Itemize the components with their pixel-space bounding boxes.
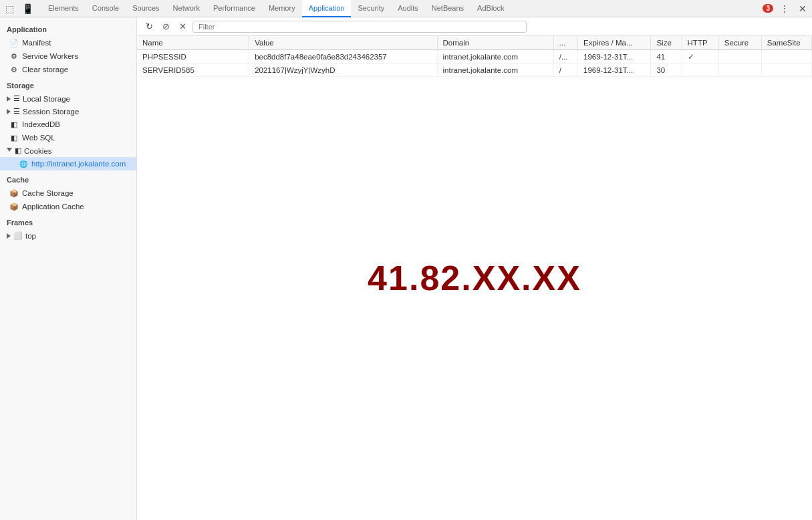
col-header-value[interactable]: Value [249,36,437,50]
tab-performance[interactable]: Performance [207,0,262,17]
cookies-icon [15,146,21,155]
devtools-icons: ⬚ 📱 [3,2,36,15]
cell-value: 2021167|WzyjY|WzyhD [249,64,437,77]
cell-name: SERVERID585 [137,64,249,77]
sidebar-item-session-storage[interactable]: Session Storage [0,105,136,118]
col-header-http[interactable]: HTTP [682,36,718,50]
table-row[interactable]: PHPSESSIDbec8dd8f7a48eae0fa6e83d24346235… [137,50,812,64]
table-header: Name Value Domain ... Expires / Ma... Si… [137,36,812,50]
cell-expires: 1969-12-31T... [578,64,651,77]
cell-value: bec8dd8f7a48eae0fa6e83d243462357 [249,50,437,64]
cell-secure [718,64,761,77]
cell-domain: intranet.jokalante.com [437,50,553,64]
local-storage-label: Local Storage [23,95,70,103]
cell-samesite [761,64,811,77]
cell-secure [718,50,761,64]
session-storage-label: Session Storage [23,108,79,116]
service-workers-icon [9,51,19,61]
frame-icon [13,231,23,240]
cookies-url-label: http://intranet.jokalante.com [31,160,126,168]
application-cache-label: Application Cache [22,203,84,211]
main-layout: Application Manifest Service Workers Cle… [0,17,812,520]
cell-http [682,64,718,77]
sidebar-item-cookies[interactable]: Cookies [0,144,136,157]
col-header-secure[interactable]: Secure [718,36,761,50]
toolbar: ↻ ⊘ ✕ [137,17,812,36]
sidebar-item-clear-storage[interactable]: Clear storage [0,63,136,76]
tab-bar: ⬚ 📱 Elements Console Sources Network Per… [0,0,812,17]
tab-network[interactable]: Network [166,0,207,17]
sidebar-item-local-storage[interactable]: Local Storage [0,92,136,105]
tab-elements[interactable]: Elements [41,0,86,17]
session-storage-icon [13,107,20,116]
cell-size: 30 [651,64,682,77]
top-label: top [25,232,36,240]
error-badge: 3 [763,4,773,13]
col-header-samesite[interactable]: SameSite [761,36,811,50]
table-wrapper: Name Value Domain ... Expires / Ma... Si… [137,36,812,520]
col-header-name[interactable]: Name [137,36,249,50]
cell-dot: /... [553,50,577,64]
indexeddb-icon [9,120,19,129]
cell-samesite [761,50,811,64]
application-cache-icon [9,202,19,211]
storage-section-title: Storage [0,76,136,92]
tab-console[interactable]: Console [86,0,126,17]
close-devtools-icon[interactable]: ✕ [796,2,809,15]
col-header-expires[interactable]: Expires / Ma... [578,36,651,50]
sidebar-item-indexeddb[interactable]: IndexedDB [0,118,136,131]
tab-sources[interactable]: Sources [126,0,166,17]
device-icon[interactable]: 📱 [19,2,36,15]
cache-storage-label: Cache Storage [22,189,74,197]
inspect-icon[interactable]: ⬚ [3,2,17,15]
sidebar-item-frames[interactable]: top [0,229,136,242]
cell-expires: 1969-12-31T... [578,50,651,64]
no-record-button[interactable]: ⊘ [159,20,173,33]
manifest-label: Manifest [22,39,51,47]
sidebar: Application Manifest Service Workers Cle… [0,17,137,520]
cache-storage-icon [9,188,19,198]
cell-domain: intranet.jokalante.com [437,64,553,77]
table-row[interactable]: SERVERID5852021167|WzyjY|WzyhDintranet.j… [137,64,812,77]
tab-adblock[interactable]: AdBlock [470,0,511,17]
tab-audits[interactable]: Audits [391,0,425,17]
col-header-dot[interactable]: ... [553,36,577,50]
cell-http: ✓ [682,50,718,64]
sidebar-item-cache-storage[interactable]: Cache Storage [0,186,136,200]
local-storage-icon [13,94,20,103]
cookies-triangle [7,148,12,154]
clear-storage-label: Clear storage [22,66,68,74]
sidebar-item-manifest[interactable]: Manifest [0,36,136,49]
sidebar-item-web-sql[interactable]: Web SQL [0,131,136,144]
filter-input[interactable] [192,21,527,33]
tab-application[interactable]: Application [302,0,352,17]
tab-security[interactable]: Security [351,0,391,17]
tab-netbeans[interactable]: NetBeans [425,0,470,17]
col-header-domain[interactable]: Domain [437,36,553,50]
cookies-table: Name Value Domain ... Expires / Ma... Si… [137,36,812,77]
cell-dot: / [553,64,577,77]
table-body: PHPSESSIDbec8dd8f7a48eae0fa6e83d24346235… [137,50,812,77]
cell-name: PHPSESSID [137,50,249,64]
content-area: ↻ ⊘ ✕ Name Value Domain ... Expires / Ma… [137,17,812,520]
col-header-size[interactable]: Size [651,36,682,50]
session-storage-triangle [7,109,11,114]
cell-size: 41 [651,50,682,64]
local-storage-triangle [7,96,11,102]
service-workers-label: Service Workers [22,52,78,60]
sidebar-item-application-cache[interactable]: Application Cache [0,200,136,213]
cookies-label: Cookies [24,147,52,155]
application-section-title: Application [0,20,136,36]
refresh-button[interactable]: ↻ [142,20,156,33]
frames-section-title: Frames [0,213,136,229]
sidebar-item-service-workers[interactable]: Service Workers [0,49,136,63]
web-sql-label: Web SQL [22,134,55,142]
more-options-icon[interactable]: ⋮ [777,2,792,15]
tab-memory[interactable]: Memory [262,0,302,17]
tab-bar-right: 3 ⋮ ✕ [763,2,809,15]
sidebar-item-cookies-url[interactable]: http://intranet.jokalante.com [0,157,136,170]
clear-storage-icon [9,65,19,74]
indexeddb-label: IndexedDB [22,120,60,128]
clear-button[interactable]: ✕ [176,20,190,33]
web-sql-icon [9,133,19,142]
